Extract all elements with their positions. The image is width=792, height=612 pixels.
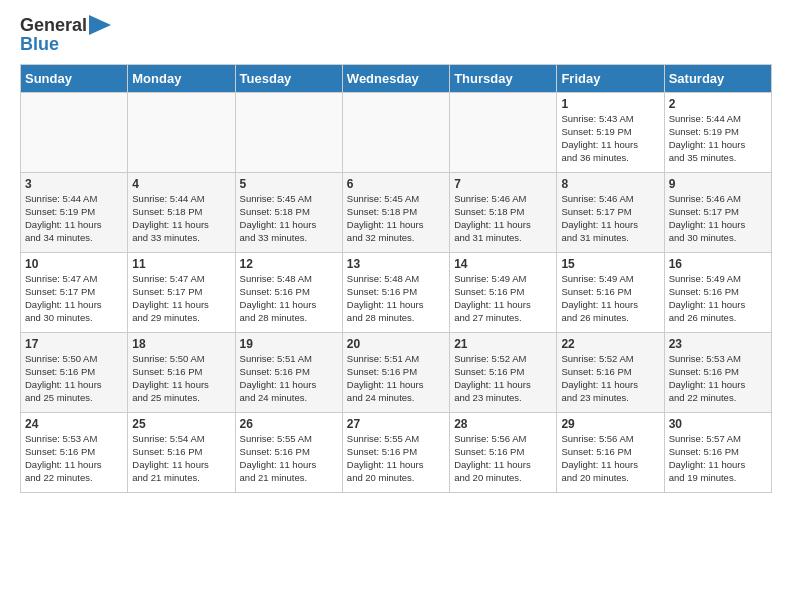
weekday-header-wednesday: Wednesday <box>342 65 449 93</box>
calendar-cell: 5Sunrise: 5:45 AM Sunset: 5:18 PM Daylig… <box>235 173 342 253</box>
weekday-header-thursday: Thursday <box>450 65 557 93</box>
day-info: Sunrise: 5:52 AM Sunset: 5:16 PM Dayligh… <box>561 353 659 404</box>
day-info: Sunrise: 5:46 AM Sunset: 5:17 PM Dayligh… <box>561 193 659 244</box>
day-number: 12 <box>240 257 338 271</box>
calendar-cell: 10Sunrise: 5:47 AM Sunset: 5:17 PM Dayli… <box>21 253 128 333</box>
day-number: 22 <box>561 337 659 351</box>
logo: General Blue <box>20 15 111 54</box>
calendar-cell: 4Sunrise: 5:44 AM Sunset: 5:18 PM Daylig… <box>128 173 235 253</box>
day-info: Sunrise: 5:55 AM Sunset: 5:16 PM Dayligh… <box>347 433 445 484</box>
day-info: Sunrise: 5:56 AM Sunset: 5:16 PM Dayligh… <box>454 433 552 484</box>
day-number: 2 <box>669 97 767 111</box>
calendar-cell: 29Sunrise: 5:56 AM Sunset: 5:16 PM Dayli… <box>557 413 664 493</box>
day-info: Sunrise: 5:51 AM Sunset: 5:16 PM Dayligh… <box>240 353 338 404</box>
day-info: Sunrise: 5:52 AM Sunset: 5:16 PM Dayligh… <box>454 353 552 404</box>
calendar-cell: 26Sunrise: 5:55 AM Sunset: 5:16 PM Dayli… <box>235 413 342 493</box>
calendar-cell: 13Sunrise: 5:48 AM Sunset: 5:16 PM Dayli… <box>342 253 449 333</box>
calendar-cell: 12Sunrise: 5:48 AM Sunset: 5:16 PM Dayli… <box>235 253 342 333</box>
week-row-5: 24Sunrise: 5:53 AM Sunset: 5:16 PM Dayli… <box>21 413 772 493</box>
day-number: 28 <box>454 417 552 431</box>
calendar-cell: 16Sunrise: 5:49 AM Sunset: 5:16 PM Dayli… <box>664 253 771 333</box>
day-info: Sunrise: 5:54 AM Sunset: 5:16 PM Dayligh… <box>132 433 230 484</box>
day-info: Sunrise: 5:46 AM Sunset: 5:17 PM Dayligh… <box>669 193 767 244</box>
day-number: 19 <box>240 337 338 351</box>
calendar-cell: 20Sunrise: 5:51 AM Sunset: 5:16 PM Dayli… <box>342 333 449 413</box>
day-number: 18 <box>132 337 230 351</box>
calendar-cell: 14Sunrise: 5:49 AM Sunset: 5:16 PM Dayli… <box>450 253 557 333</box>
calendar-cell: 19Sunrise: 5:51 AM Sunset: 5:16 PM Dayli… <box>235 333 342 413</box>
day-info: Sunrise: 5:44 AM Sunset: 5:18 PM Dayligh… <box>132 193 230 244</box>
calendar-cell: 24Sunrise: 5:53 AM Sunset: 5:16 PM Dayli… <box>21 413 128 493</box>
day-info: Sunrise: 5:47 AM Sunset: 5:17 PM Dayligh… <box>25 273 123 324</box>
day-number: 10 <box>25 257 123 271</box>
day-number: 5 <box>240 177 338 191</box>
calendar-cell: 21Sunrise: 5:52 AM Sunset: 5:16 PM Dayli… <box>450 333 557 413</box>
weekday-header-row: SundayMondayTuesdayWednesdayThursdayFrid… <box>21 65 772 93</box>
day-number: 15 <box>561 257 659 271</box>
calendar-cell: 27Sunrise: 5:55 AM Sunset: 5:16 PM Dayli… <box>342 413 449 493</box>
calendar-cell: 22Sunrise: 5:52 AM Sunset: 5:16 PM Dayli… <box>557 333 664 413</box>
calendar-cell: 23Sunrise: 5:53 AM Sunset: 5:16 PM Dayli… <box>664 333 771 413</box>
day-info: Sunrise: 5:45 AM Sunset: 5:18 PM Dayligh… <box>240 193 338 244</box>
logo-wordmark: General Blue <box>20 15 111 54</box>
calendar-cell: 7Sunrise: 5:46 AM Sunset: 5:18 PM Daylig… <box>450 173 557 253</box>
calendar-cell: 9Sunrise: 5:46 AM Sunset: 5:17 PM Daylig… <box>664 173 771 253</box>
day-number: 17 <box>25 337 123 351</box>
calendar-cell: 6Sunrise: 5:45 AM Sunset: 5:18 PM Daylig… <box>342 173 449 253</box>
day-info: Sunrise: 5:49 AM Sunset: 5:16 PM Dayligh… <box>561 273 659 324</box>
day-number: 24 <box>25 417 123 431</box>
day-number: 8 <box>561 177 659 191</box>
weekday-header-friday: Friday <box>557 65 664 93</box>
logo-general: General <box>20 15 87 36</box>
day-number: 4 <box>132 177 230 191</box>
week-row-4: 17Sunrise: 5:50 AM Sunset: 5:16 PM Dayli… <box>21 333 772 413</box>
day-info: Sunrise: 5:57 AM Sunset: 5:16 PM Dayligh… <box>669 433 767 484</box>
day-number: 20 <box>347 337 445 351</box>
day-number: 3 <box>25 177 123 191</box>
day-info: Sunrise: 5:48 AM Sunset: 5:16 PM Dayligh… <box>240 273 338 324</box>
day-number: 26 <box>240 417 338 431</box>
day-info: Sunrise: 5:43 AM Sunset: 5:19 PM Dayligh… <box>561 113 659 164</box>
calendar-cell <box>342 93 449 173</box>
logo-triangle-icon <box>89 15 111 35</box>
day-info: Sunrise: 5:55 AM Sunset: 5:16 PM Dayligh… <box>240 433 338 484</box>
day-number: 29 <box>561 417 659 431</box>
week-row-3: 10Sunrise: 5:47 AM Sunset: 5:17 PM Dayli… <box>21 253 772 333</box>
day-info: Sunrise: 5:48 AM Sunset: 5:16 PM Dayligh… <box>347 273 445 324</box>
calendar-cell: 25Sunrise: 5:54 AM Sunset: 5:16 PM Dayli… <box>128 413 235 493</box>
calendar-cell: 11Sunrise: 5:47 AM Sunset: 5:17 PM Dayli… <box>128 253 235 333</box>
day-number: 25 <box>132 417 230 431</box>
day-info: Sunrise: 5:51 AM Sunset: 5:16 PM Dayligh… <box>347 353 445 404</box>
day-number: 30 <box>669 417 767 431</box>
day-info: Sunrise: 5:45 AM Sunset: 5:18 PM Dayligh… <box>347 193 445 244</box>
logo-blue: Blue <box>20 34 111 55</box>
svg-marker-0 <box>89 15 111 35</box>
day-number: 23 <box>669 337 767 351</box>
header: General Blue <box>20 15 772 54</box>
day-info: Sunrise: 5:44 AM Sunset: 5:19 PM Dayligh… <box>25 193 123 244</box>
calendar-cell: 3Sunrise: 5:44 AM Sunset: 5:19 PM Daylig… <box>21 173 128 253</box>
day-number: 7 <box>454 177 552 191</box>
calendar-cell <box>128 93 235 173</box>
day-info: Sunrise: 5:53 AM Sunset: 5:16 PM Dayligh… <box>25 433 123 484</box>
calendar-cell: 1Sunrise: 5:43 AM Sunset: 5:19 PM Daylig… <box>557 93 664 173</box>
day-info: Sunrise: 5:49 AM Sunset: 5:16 PM Dayligh… <box>454 273 552 324</box>
day-info: Sunrise: 5:47 AM Sunset: 5:17 PM Dayligh… <box>132 273 230 324</box>
day-info: Sunrise: 5:50 AM Sunset: 5:16 PM Dayligh… <box>132 353 230 404</box>
week-row-1: 1Sunrise: 5:43 AM Sunset: 5:19 PM Daylig… <box>21 93 772 173</box>
day-info: Sunrise: 5:56 AM Sunset: 5:16 PM Dayligh… <box>561 433 659 484</box>
calendar-cell: 15Sunrise: 5:49 AM Sunset: 5:16 PM Dayli… <box>557 253 664 333</box>
day-info: Sunrise: 5:53 AM Sunset: 5:16 PM Dayligh… <box>669 353 767 404</box>
day-info: Sunrise: 5:50 AM Sunset: 5:16 PM Dayligh… <box>25 353 123 404</box>
day-number: 21 <box>454 337 552 351</box>
day-number: 27 <box>347 417 445 431</box>
calendar-cell: 17Sunrise: 5:50 AM Sunset: 5:16 PM Dayli… <box>21 333 128 413</box>
day-number: 6 <box>347 177 445 191</box>
weekday-header-saturday: Saturday <box>664 65 771 93</box>
day-number: 1 <box>561 97 659 111</box>
day-number: 16 <box>669 257 767 271</box>
calendar-cell: 18Sunrise: 5:50 AM Sunset: 5:16 PM Dayli… <box>128 333 235 413</box>
day-info: Sunrise: 5:44 AM Sunset: 5:19 PM Dayligh… <box>669 113 767 164</box>
day-number: 11 <box>132 257 230 271</box>
calendar-cell: 28Sunrise: 5:56 AM Sunset: 5:16 PM Dayli… <box>450 413 557 493</box>
